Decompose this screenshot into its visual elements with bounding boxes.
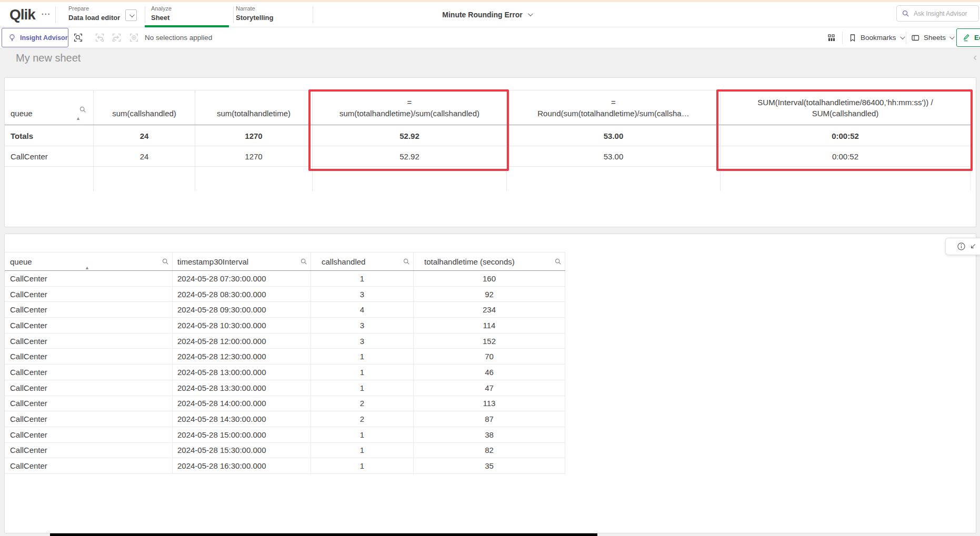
tab-section-label: Analyze [151,5,172,12]
divider [145,6,145,23]
table-header-row: queue ▲ timestamp30Interval callshandled… [5,252,565,271]
search-icon[interactable] [300,258,307,265]
column-header-round-formula[interactable]: = Round(sum(totalhandletime)/sum(callsha… [507,90,721,125]
chevron-down-icon [949,34,955,39]
clear-selections-icon [128,32,139,43]
column-header-queue[interactable]: queue ▲ [5,90,94,125]
window-edge-bar [50,533,597,536]
selections-status: No selections applied [145,27,212,48]
tab-label: Storytelling [236,13,274,22]
detail-table-object: queue ▲ timestamp30Interval callshandled… [4,234,976,533]
search-placeholder: Ask Insight Advisor [914,10,967,17]
column-header-sum-totalhandletime[interactable]: sum(totalhandletime) [195,90,313,125]
search-icon[interactable] [554,258,562,265]
table-row[interactable]: CallCenter 2024-05-28 09:30:00.000 4 234 [5,302,565,318]
app-title-menu[interactable]: Minute Rounding Error [429,2,545,27]
selections-toolbar: Insight Advisor No selections applied Bo… [0,27,980,48]
chevron-down-icon [899,34,905,39]
lightbulb-icon [8,34,16,42]
info-icon[interactable] [957,242,966,251]
table-row[interactable]: CallCenter 2024-05-28 12:30:00.000 1 70 [5,349,565,365]
column-header-callshandled[interactable]: callshandled [311,252,414,270]
column-header-sum-callshandled[interactable]: sum(callshandled) [94,90,195,125]
object-hover-toolbar [945,238,980,255]
column-header-avg-formula[interactable]: = sum(totalhandletime)/sum(callshandled) [313,90,507,125]
sort-ascending-icon: ▲ [85,265,89,270]
kpi-table-object: queue ▲ sum(callshandled) sum(totalhandl… [4,77,976,227]
table-row[interactable]: CallCenter 2024-05-28 15:30:00.000 1 82 [5,443,565,459]
qlik-logo: Qlik [9,6,35,23]
tab-section-label: Narrate [236,5,274,12]
bookmarks-menu[interactable]: Bookmarks [848,27,904,48]
search-icon[interactable] [79,106,86,113]
totals-row: Totals 24 1270 52.92 53.00 0:00:52 [5,126,971,146]
pivot-header-row: queue ▲ sum(callshandled) sum(totalhandl… [5,90,971,125]
sort-ascending-icon: ▲ [76,113,81,124]
divider [842,32,843,44]
column-header-timestamp[interactable]: timestamp30Interval [173,252,311,270]
search-icon[interactable] [403,258,410,265]
qlik-app-window: Qlik ⋯ Prepare Data load editor Analyze … [0,0,980,536]
undo-selection-icon [94,32,105,43]
top-navbar: Qlik ⋯ Prepare Data load editor Analyze … [0,2,980,27]
expand-icon[interactable] [969,242,977,250]
pencil-icon [962,33,971,42]
table-row[interactable]: CallCenter 2024-05-28 14:30:00.000 2 87 [5,411,565,427]
column-header-queue[interactable]: queue ▲ [5,252,173,270]
table-row[interactable]: CallCenter 2024-05-28 14:00:00.000 2 113 [5,396,565,412]
sheets-menu[interactable]: Sheets [911,27,953,48]
table-row[interactable]: CallCenter 2024-05-28 07:30:00.000 1 160 [5,271,565,287]
table-row[interactable]: CallCenter 2024-05-28 12:00:00.000 3 152 [5,333,565,349]
divider [55,6,56,23]
search-icon[interactable] [162,258,169,265]
sheets-icon [911,33,920,43]
table-row[interactable]: CallCenter 2024-05-28 16:30:00.000 1 35 [5,458,565,474]
table-row[interactable]: CallCenter 2024-05-28 15:00:00.000 1 38 [5,427,565,443]
divider [906,32,906,44]
chevron-down-icon [528,11,533,16]
column-header-totalhandletime[interactable]: totalhandletime (seconds) [414,252,565,270]
edit-sheet-button[interactable]: Ed [956,28,980,47]
prepare-dropdown-button[interactable] [125,9,137,21]
search-icon [902,9,909,17]
app-title: Minute Rounding Error [442,11,522,19]
nav-tab-narrate[interactable]: Narrate Storytelling [236,5,274,22]
table-row[interactable]: CallCenter 2024-05-28 08:30:00.000 3 92 [5,287,565,302]
collapse-panel-icon[interactable]: ‹ [973,51,977,63]
table-row[interactable]: CallCenter 2024-05-28 13:00:00.000 1 46 [5,365,565,380]
smart-search-selections-icon[interactable] [73,32,84,43]
more-menu-button[interactable]: ⋯ [41,8,51,19]
divider [313,6,313,23]
nav-tab-prepare[interactable]: Prepare Data load editor [68,5,120,22]
redo-selection-icon [111,32,122,43]
empty-row-strip [5,167,971,191]
table-row[interactable]: CallCenter 2024-05-28 10:30:00.000 3 114 [5,318,565,333]
table-row[interactable]: CallCenter 24 1270 52.92 53.00 0:00:52 [5,146,971,167]
sheet-title-bar: My new sheet ‹ [0,48,980,67]
tab-label: Sheet [151,13,172,22]
ask-insight-advisor-search[interactable]: Ask Insight Advisor [896,5,979,22]
chevron-down-icon [129,12,134,17]
table-row[interactable]: CallCenter 2024-05-28 13:30:00.000 1 47 [5,380,565,396]
tab-label: Data load editor [68,13,120,22]
divider [233,6,234,23]
sheet-title: My new sheet [16,52,81,64]
bookmark-icon [848,34,857,42]
nav-tab-analyze-active[interactable]: Analyze Sheet [151,5,172,22]
insight-advisor-button[interactable]: Insight Advisor [2,28,68,47]
sheet-list-icon[interactable] [827,33,836,43]
table-body: CallCenter 2024-05-28 07:30:00.000 1 160… [5,271,565,474]
column-header-interval-formula[interactable]: SUM(Interval(totalhandletime/86400,'hh:m… [721,90,971,125]
tab-section-label: Prepare [68,5,120,12]
